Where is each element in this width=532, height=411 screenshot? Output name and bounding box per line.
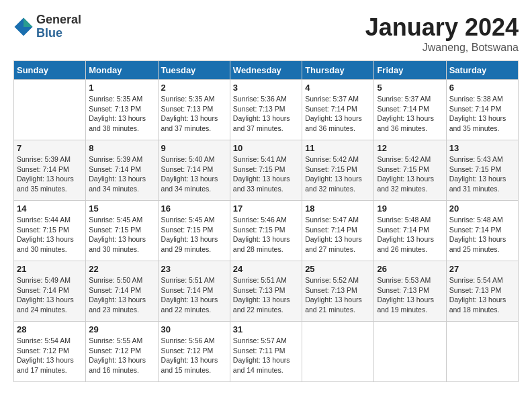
calendar-week-row: 28Sunrise: 5:54 AMSunset: 7:12 PMDayligh…: [14, 322, 519, 382]
day-info: Sunrise: 5:40 AMSunset: 7:14 PMDaylight:…: [161, 154, 227, 194]
calendar-cell: 13Sunrise: 5:43 AMSunset: 7:15 PMDayligh…: [446, 140, 518, 201]
day-info: Sunrise: 5:57 AMSunset: 7:11 PMDaylight:…: [233, 336, 299, 375]
day-info: Sunrise: 5:45 AMSunset: 7:15 PMDaylight:…: [89, 215, 154, 255]
calendar-week-row: 14Sunrise: 5:44 AMSunset: 7:15 PMDayligh…: [14, 201, 519, 261]
calendar-cell: 28Sunrise: 5:54 AMSunset: 7:12 PMDayligh…: [14, 322, 86, 382]
day-info: Sunrise: 5:35 AMSunset: 7:13 PMDaylight:…: [89, 94, 154, 134]
weekday-header: Friday: [374, 61, 446, 80]
calendar-cell: 17Sunrise: 5:46 AMSunset: 7:15 PMDayligh…: [230, 201, 302, 261]
day-number: 13: [449, 143, 515, 153]
day-info: Sunrise: 5:42 AMSunset: 7:15 PMDaylight:…: [305, 154, 371, 194]
day-number: 1: [89, 83, 154, 93]
day-info: Sunrise: 5:44 AMSunset: 7:15 PMDaylight:…: [17, 215, 83, 255]
calendar-cell: 31Sunrise: 5:57 AMSunset: 7:11 PMDayligh…: [230, 322, 302, 382]
weekday-header: Tuesday: [158, 61, 230, 80]
day-info: Sunrise: 5:41 AMSunset: 7:15 PMDaylight:…: [233, 154, 299, 194]
day-info: Sunrise: 5:54 AMSunset: 7:12 PMDaylight:…: [17, 336, 83, 375]
calendar-cell: 6Sunrise: 5:38 AMSunset: 7:14 PMDaylight…: [446, 80, 518, 140]
calendar-header-row: SundayMondayTuesdayWednesdayThursdayFrid…: [14, 61, 519, 80]
calendar-cell: [14, 80, 86, 140]
calendar-cell: 18Sunrise: 5:47 AMSunset: 7:14 PMDayligh…: [302, 201, 374, 261]
day-number: 9: [161, 143, 227, 153]
location: Jwaneng, Botswana: [365, 42, 519, 54]
day-info: Sunrise: 5:35 AMSunset: 7:13 PMDaylight:…: [161, 94, 227, 134]
day-number: 4: [305, 83, 371, 93]
calendar-cell: 12Sunrise: 5:42 AMSunset: 7:15 PMDayligh…: [374, 140, 446, 201]
day-number: 25: [305, 264, 371, 274]
calendar-cell: 16Sunrise: 5:45 AMSunset: 7:15 PMDayligh…: [158, 201, 230, 261]
day-info: Sunrise: 5:51 AMSunset: 7:14 PMDaylight:…: [161, 275, 227, 315]
day-info: Sunrise: 5:37 AMSunset: 7:14 PMDaylight:…: [305, 94, 371, 134]
calendar-cell: 7Sunrise: 5:39 AMSunset: 7:14 PMDaylight…: [14, 140, 86, 201]
day-info: Sunrise: 5:49 AMSunset: 7:14 PMDaylight:…: [17, 275, 83, 315]
day-info: Sunrise: 5:39 AMSunset: 7:14 PMDaylight:…: [17, 154, 83, 194]
calendar-cell: 27Sunrise: 5:54 AMSunset: 7:13 PMDayligh…: [446, 261, 518, 322]
day-info: Sunrise: 5:47 AMSunset: 7:14 PMDaylight:…: [305, 215, 371, 255]
day-info: Sunrise: 5:37 AMSunset: 7:14 PMDaylight:…: [377, 94, 443, 134]
calendar-cell: [446, 322, 518, 382]
calendar-cell: 8Sunrise: 5:39 AMSunset: 7:14 PMDaylight…: [86, 140, 158, 201]
calendar-cell: 25Sunrise: 5:52 AMSunset: 7:13 PMDayligh…: [302, 261, 374, 322]
day-info: Sunrise: 5:43 AMSunset: 7:15 PMDaylight:…: [449, 154, 515, 194]
calendar-cell: 5Sunrise: 5:37 AMSunset: 7:14 PMDaylight…: [374, 80, 446, 140]
day-number: 17: [233, 203, 299, 214]
title-area: January 2024 Jwaneng, Botswana: [365, 13, 519, 54]
day-info: Sunrise: 5:46 AMSunset: 7:15 PMDaylight:…: [233, 215, 299, 255]
calendar-week-row: 21Sunrise: 5:49 AMSunset: 7:14 PMDayligh…: [14, 261, 519, 322]
calendar-cell: 24Sunrise: 5:51 AMSunset: 7:13 PMDayligh…: [230, 261, 302, 322]
day-number: 19: [377, 203, 443, 214]
calendar-cell: 2Sunrise: 5:35 AMSunset: 7:13 PMDaylight…: [158, 80, 230, 140]
day-info: Sunrise: 5:45 AMSunset: 7:15 PMDaylight:…: [161, 215, 227, 255]
day-number: 6: [449, 83, 515, 93]
day-number: 8: [89, 143, 154, 153]
day-info: Sunrise: 5:42 AMSunset: 7:15 PMDaylight:…: [377, 154, 443, 194]
day-number: 2: [161, 83, 227, 93]
day-info: Sunrise: 5:48 AMSunset: 7:14 PMDaylight:…: [449, 215, 515, 255]
day-number: 29: [89, 324, 154, 334]
day-number: 18: [305, 203, 371, 214]
day-info: Sunrise: 5:55 AMSunset: 7:12 PMDaylight:…: [89, 336, 154, 375]
day-number: 30: [161, 324, 227, 334]
day-info: Sunrise: 5:38 AMSunset: 7:14 PMDaylight:…: [449, 94, 515, 134]
weekday-header: Sunday: [14, 61, 86, 80]
calendar-cell: 1Sunrise: 5:35 AMSunset: 7:13 PMDaylight…: [86, 80, 158, 140]
day-number: 24: [233, 264, 299, 274]
day-info: Sunrise: 5:54 AMSunset: 7:13 PMDaylight:…: [449, 275, 515, 315]
logo-blue: Blue: [36, 27, 81, 40]
day-number: 14: [17, 203, 83, 214]
weekday-header: Monday: [86, 61, 158, 80]
day-number: 26: [377, 264, 443, 274]
logo-icon: [13, 17, 34, 37]
calendar-week-row: 7Sunrise: 5:39 AMSunset: 7:14 PMDaylight…: [14, 140, 519, 201]
day-info: Sunrise: 5:50 AMSunset: 7:14 PMDaylight:…: [89, 275, 154, 315]
day-number: 16: [161, 203, 227, 214]
calendar-cell: 26Sunrise: 5:53 AMSunset: 7:13 PMDayligh…: [374, 261, 446, 322]
day-number: 23: [161, 264, 227, 274]
day-number: 22: [89, 264, 154, 274]
day-number: 20: [449, 203, 515, 214]
day-number: 7: [17, 143, 83, 153]
day-number: 5: [377, 83, 443, 93]
day-info: Sunrise: 5:51 AMSunset: 7:13 PMDaylight:…: [233, 275, 299, 315]
logo-text: General Blue: [36, 13, 81, 40]
weekday-header: Wednesday: [230, 61, 302, 80]
day-info: Sunrise: 5:48 AMSunset: 7:14 PMDaylight:…: [377, 215, 443, 255]
calendar-cell: 19Sunrise: 5:48 AMSunset: 7:14 PMDayligh…: [374, 201, 446, 261]
calendar-cell: 11Sunrise: 5:42 AMSunset: 7:15 PMDayligh…: [302, 140, 374, 201]
calendar-cell: [374, 322, 446, 382]
day-number: 12: [377, 143, 443, 153]
calendar-cell: 23Sunrise: 5:51 AMSunset: 7:14 PMDayligh…: [158, 261, 230, 322]
day-number: 27: [449, 264, 515, 274]
weekday-header: Thursday: [302, 61, 374, 80]
day-number: 15: [89, 203, 154, 214]
day-number: 28: [17, 324, 83, 334]
day-info: Sunrise: 5:56 AMSunset: 7:12 PMDaylight:…: [161, 336, 227, 375]
weekday-header: Saturday: [446, 61, 518, 80]
logo-general: General: [36, 13, 81, 27]
calendar-cell: 21Sunrise: 5:49 AMSunset: 7:14 PMDayligh…: [14, 261, 86, 322]
calendar-cell: 15Sunrise: 5:45 AMSunset: 7:15 PMDayligh…: [86, 201, 158, 261]
day-number: 10: [233, 143, 299, 153]
calendar-cell: 20Sunrise: 5:48 AMSunset: 7:14 PMDayligh…: [446, 201, 518, 261]
calendar-cell: 14Sunrise: 5:44 AMSunset: 7:15 PMDayligh…: [14, 201, 86, 261]
calendar-cell: 30Sunrise: 5:56 AMSunset: 7:12 PMDayligh…: [158, 322, 230, 382]
